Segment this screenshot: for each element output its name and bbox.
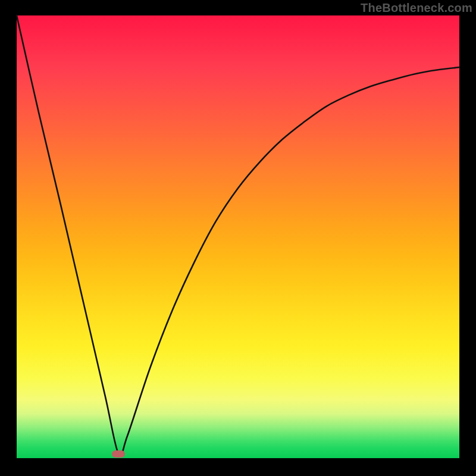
bottleneck-curve — [17, 15, 459, 456]
curve-svg — [17, 15, 459, 458]
watermark-text: TheBottleneck.com — [361, 1, 472, 15]
chart-frame: TheBottleneck.com — [0, 0, 476, 476]
plot-area — [17, 15, 459, 458]
optimum-marker — [112, 450, 125, 458]
